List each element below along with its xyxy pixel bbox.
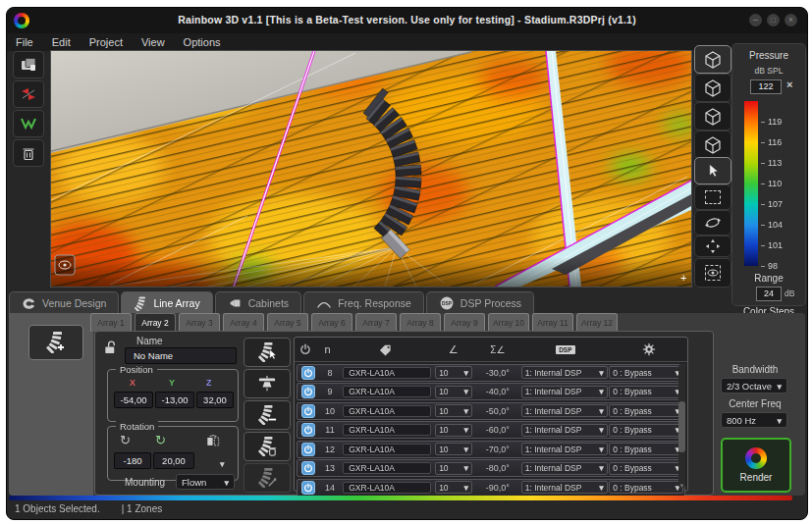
view-top-button[interactable] [694,102,731,131]
pan-view-button[interactable] [694,236,731,257]
array-tab-7[interactable]: Array 7 [355,313,397,332]
power-toggle[interactable] [298,404,318,418]
lock-open-icon[interactable] [103,340,118,355]
table-scrollbar[interactable] [678,364,685,488]
view-front-button[interactable] [694,74,731,102]
position-x-input[interactable]: -54,00 [114,392,153,408]
menu-project[interactable]: Project [89,36,123,48]
tab-dsp-process[interactable]: DSP DSP Process [426,291,534,314]
array-tab-10[interactable]: Array 10 [488,313,529,332]
array-tab-6[interactable]: Array 6 [311,313,352,332]
menu-file[interactable]: File [16,36,33,48]
preset-dropdown[interactable]: 0 : Bypass [608,404,684,417]
position-y-input[interactable]: -13,00 [155,392,194,408]
menu-view[interactable]: View [141,36,165,48]
array-fly-tool-button[interactable] [244,369,291,398]
render-region-button[interactable] [694,258,731,288]
power-toggle[interactable] [298,385,318,398]
preset-dropdown[interactable]: 0 : Bypass [608,462,684,475]
power-toggle[interactable] [298,366,318,380]
array-remove-cabinet-button[interactable] [244,400,291,430]
splay-angle-dropdown[interactable]: 10 [433,424,475,437]
power-toggle[interactable] [298,423,318,437]
splay-angle-dropdown[interactable]: 10 [433,404,475,417]
select-tool-button[interactable] [694,157,731,184]
rotation-flip-dropdown[interactable] [220,453,225,471]
close-button[interactable] [785,14,797,26]
marquee-select-button[interactable] [694,184,731,210]
render-button[interactable]: Render [721,438,791,493]
menu-edit[interactable]: Edit [52,36,71,48]
tab-venue-design[interactable]: Venue Design [9,291,119,314]
dsp-dropdown[interactable]: 1: Internal DSP [520,462,608,475]
duplicate-object-button[interactable] [13,51,44,79]
array-select-tool-button[interactable] [244,338,291,367]
tab-freq-response[interactable]: Freq. Response [303,291,424,314]
splay-angle-dropdown[interactable]: 10 [433,462,475,475]
array-angle-edit-button[interactable] [244,463,291,493]
dsp-dropdown[interactable]: 1: Internal DSP [520,366,608,379]
import-object-button[interactable] [13,110,44,137]
array-tab-9[interactable]: Array 9 [444,313,485,332]
cabinet-model-field[interactable]: GXR-LA10A [342,405,433,417]
add-array-button[interactable] [28,325,83,360]
cabinet-model-field[interactable]: GXR-LA10A [342,482,433,494]
visibility-eye-icon[interactable] [55,255,75,275]
splay-angle-dropdown[interactable]: 10 [433,443,475,455]
dsp-dropdown[interactable]: 1: Internal DSP [520,386,608,398]
viewport-3d-scene[interactable]: + [50,50,692,288]
cabinet-table-body: 8 GXR-LA10A 10 -30,0° 1: Internal DSP 0 … [295,364,687,497]
array-tab-11[interactable]: Array 11 [532,313,573,332]
array-tab-2[interactable]: Array 2 [135,313,176,332]
rotation-z-input[interactable]: -180 [114,452,151,469]
minimize-button[interactable] [749,14,762,26]
dsp-dropdown[interactable]: 1: Internal DSP [520,424,608,437]
splay-angle-dropdown[interactable]: 10 [433,386,475,398]
array-tab-3[interactable]: Array 3 [179,313,220,332]
zoom-plus-indicator[interactable]: + [680,272,686,284]
position-z-input[interactable]: 32,00 [196,392,234,408]
cabinet-model-field[interactable]: GXR-LA10A [342,462,433,474]
status-bar: 1 Objects Selected. | 1 Zones [15,503,162,514]
power-toggle[interactable] [298,443,318,456]
preset-dropdown[interactable]: 0 : Bypass [608,366,684,379]
scroll-down-icon[interactable]: ▼ [678,483,685,489]
cabinet-model-field[interactable]: GXR-LA10A [342,424,433,436]
splay-angle-dropdown[interactable]: 10 [433,366,475,379]
cabinet-model-field[interactable]: GXR-LA10A [342,386,433,397]
dsp-dropdown[interactable]: 1: Internal DSP [520,404,608,417]
array-tab-12[interactable]: Array 12 [576,313,618,332]
range-input[interactable]: 24 [756,287,782,301]
center-freq-dropdown[interactable]: 800 Hz [721,412,787,428]
cabinet-model-field[interactable]: GXR-LA10A [342,444,433,455]
preset-dropdown[interactable]: 0 : Bypass [608,443,684,455]
power-toggle[interactable] [298,481,318,495]
tab-cabinets[interactable]: Cabinets [215,291,301,314]
menu-options[interactable]: Options [184,36,221,48]
rotation-tilt-input[interactable]: 20,00 [153,452,194,469]
array-tab-5[interactable]: Array 5 [267,313,308,332]
preset-dropdown[interactable]: 0 : Bypass [608,424,684,437]
power-toggle[interactable] [298,461,318,475]
array-tab-1[interactable]: Array 1 [90,313,132,332]
array-name-input[interactable]: No Name [125,347,237,364]
array-tab-8[interactable]: Array 8 [400,313,441,332]
cabinet-model-field[interactable]: GXR-LA10A [342,367,433,379]
rotate-view-button[interactable] [694,210,731,236]
preset-dropdown[interactable]: 0 : Bypass [608,386,684,398]
view-side-button[interactable] [694,131,731,159]
dsp-dropdown[interactable]: 1: Internal DSP [520,481,608,494]
delete-object-button[interactable] [13,139,44,167]
dsp-dropdown[interactable]: 1: Internal DSP [520,443,608,455]
view-orbit-button[interactable] [694,45,731,74]
preset-dropdown[interactable]: 0 : Bypass [608,481,684,494]
maximize-button[interactable] [767,14,780,26]
array-tab-4[interactable]: Array 4 [223,313,264,332]
splay-angle-dropdown[interactable]: 10 [433,481,475,494]
mounting-dropdown[interactable]: Flown [176,474,235,490]
mirror-object-button[interactable] [13,80,44,108]
tab-line-array[interactable]: Line Array [121,291,212,314]
array-delete-button[interactable] [244,432,291,461]
scrollbar-thumb[interactable] [678,401,685,452]
bandwidth-dropdown[interactable]: 2/3 Octave [721,378,787,393]
